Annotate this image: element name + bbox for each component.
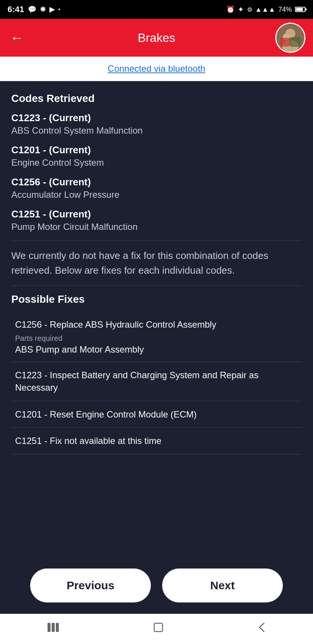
- music-icon: ❋: [40, 5, 46, 14]
- nav-back-icon[interactable]: [257, 622, 266, 633]
- message-icon: 💬: [28, 5, 36, 14]
- previous-button[interactable]: Previous: [30, 569, 151, 602]
- code-label-1: C1223 - (Current): [11, 112, 302, 124]
- signal-icon: ▲▲▲: [255, 6, 275, 14]
- svg-rect-8: [56, 623, 59, 632]
- code-block-3: C1256 - (Current) Accumulator Low Pressu…: [11, 176, 302, 200]
- code-label-3: C1256 - (Current): [11, 176, 302, 188]
- header: ← Brakes: [0, 19, 313, 57]
- alarm-icon: ⏰: [226, 5, 235, 14]
- avatar-image: [276, 24, 304, 52]
- code-label-4: C1251 - (Current): [11, 208, 302, 220]
- next-button[interactable]: Next: [162, 569, 283, 602]
- bluetooth-banner[interactable]: Connected via bluetooth: [0, 57, 313, 81]
- info-text: We currently do not have a fix for this …: [11, 248, 302, 278]
- youtube-icon: ▶: [49, 5, 55, 14]
- time-display: 6:41: [8, 5, 24, 14]
- svg-rect-5: [290, 37, 301, 47]
- fix-item-4: C1251 - Fix not available at this time: [11, 428, 302, 454]
- status-bar: 6:41 💬 ❋ ▶ • ⏰ ✦ ⚙ ▲▲▲ 74%: [0, 0, 313, 19]
- nav-menu-icon[interactable]: [47, 622, 60, 633]
- possible-fixes-title: Possible Fixes: [11, 293, 302, 305]
- code-desc-2: Engine Control System: [11, 157, 302, 168]
- fix-text-1: C1256 - Replace ABS Hydraulic Control As…: [15, 318, 298, 331]
- svg-rect-7: [52, 623, 55, 632]
- codes-section-title: Codes Retrieved: [11, 92, 302, 105]
- fix-item-1: C1256 - Replace ABS Hydraulic Control As…: [11, 311, 302, 362]
- code-block-4: C1251 - (Current) Pump Motor Circuit Mal…: [11, 208, 302, 232]
- fix-item-2: C1223 - Inspect Battery and Charging Sys…: [11, 362, 302, 401]
- svg-rect-4: [280, 38, 290, 46]
- possible-fixes-section: Possible Fixes C1256 - Replace ABS Hydra…: [11, 293, 302, 454]
- back-arrow-icon: ←: [10, 30, 24, 46]
- svg-rect-9: [154, 623, 163, 632]
- status-right: ⏰ ✦ ⚙ ▲▲▲ 74%: [226, 5, 305, 14]
- back-button[interactable]: ←: [8, 30, 26, 46]
- codes-section: Codes Retrieved C1223 - (Current) ABS Co…: [11, 92, 302, 232]
- fix-text-4: C1251 - Fix not available at this time: [15, 434, 298, 447]
- code-block-1: C1223 - (Current) ABS Control System Mal…: [11, 112, 302, 136]
- dot-icon: •: [58, 6, 60, 12]
- avatar[interactable]: [275, 23, 305, 53]
- divider-2: [11, 285, 302, 286]
- battery-percent: 74%: [278, 6, 292, 14]
- bluetooth-icon: ✦: [238, 5, 244, 14]
- bottom-buttons: Previous Next: [0, 557, 313, 614]
- nav-bar: [0, 614, 313, 644]
- svg-rect-6: [48, 623, 51, 632]
- divider-1: [11, 240, 302, 241]
- code-label-2: C1201 - (Current): [11, 144, 302, 156]
- code-desc-3: Accumulator Low Pressure: [11, 190, 302, 200]
- page-title: Brakes: [138, 31, 175, 45]
- nav-home-icon[interactable]: [153, 622, 164, 633]
- code-desc-1: ABS Control System Malfunction: [11, 125, 302, 136]
- data-icon: ⚙: [247, 6, 252, 13]
- parts-label-1: Parts required: [15, 334, 298, 343]
- status-time: 6:41 💬 ❋ ▶ •: [8, 5, 60, 14]
- bluetooth-text: Connected via bluetooth: [108, 63, 206, 74]
- parts-text-1: ABS Pump and Motor Assembly: [15, 344, 298, 355]
- battery-icon: [295, 7, 305, 12]
- code-desc-4: Pump Motor Circuit Malfunction: [11, 222, 302, 232]
- fix-text-3: C1201 - Reset Engine Control Module (ECM…: [15, 408, 298, 421]
- main-content: Codes Retrieved C1223 - (Current) ABS Co…: [0, 81, 313, 557]
- fix-text-2: C1223 - Inspect Battery and Charging Sys…: [15, 369, 298, 394]
- code-block-2: C1201 - (Current) Engine Control System: [11, 144, 302, 168]
- fix-item-3: C1201 - Reset Engine Control Module (ECM…: [11, 401, 302, 428]
